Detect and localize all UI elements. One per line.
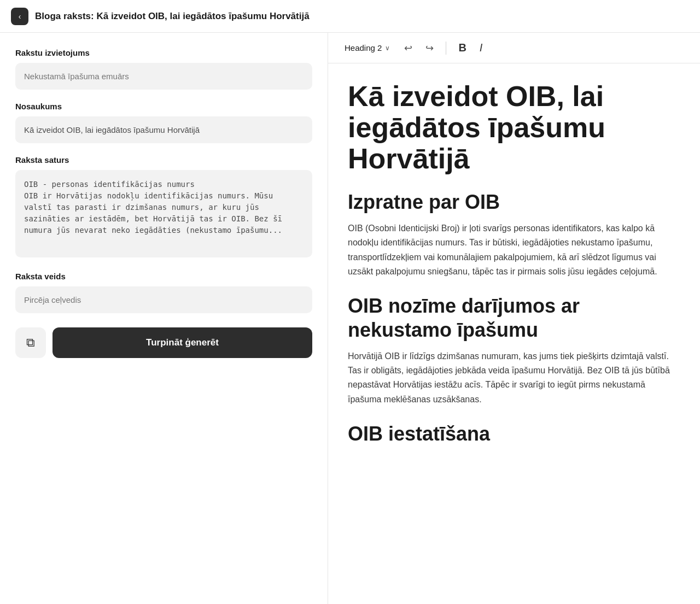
bold-icon: B: [458, 42, 466, 54]
content-label: Raksta saturs: [15, 155, 312, 165]
section1-heading: Izpratne par OIB: [348, 190, 680, 214]
section2-heading: OIB nozīme darījumos ar nekustamo īpašum…: [348, 294, 680, 341]
bold-button[interactable]: B: [454, 38, 470, 57]
italic-button[interactable]: I: [475, 38, 487, 57]
chevron-down-icon: ∨: [385, 44, 390, 52]
section3-heading: OIB iestatīšana: [348, 422, 680, 445]
section2-text: Horvātijā OIB ir līdzīgs dzimšanas numur…: [348, 349, 680, 407]
left-panel: Rakstu izvietojums Nosaukums Raksta satu…: [0, 33, 328, 604]
action-buttons: ⧉ Turpināt ģenerēt: [15, 327, 312, 358]
page-title: Bloga raksts: Kā izveidot OIB, lai iegād…: [35, 11, 310, 22]
copy-icon: ⧉: [26, 336, 35, 350]
section1-text: OIB (Osobni Identicijski Broj) ir ļoti s…: [348, 221, 680, 279]
undo-icon: ↩: [404, 43, 412, 54]
back-button[interactable]: ‹: [11, 8, 28, 25]
italic-icon: I: [480, 42, 483, 54]
editor-toolbar: Heading 2 ∨ ↩ ↪ B I: [328, 33, 700, 63]
location-label: Rakstu izvietojums: [15, 48, 312, 57]
toolbar-divider: [446, 42, 446, 55]
editor-content[interactable]: Kā izveidot OIB, lai iegādātos īpašumu H…: [328, 63, 700, 604]
article-main-heading: Kā izveidot OIB, lai iegādātos īpašumu H…: [348, 81, 680, 175]
undo-button[interactable]: ↩: [400, 39, 417, 57]
title-label: Nosaukums: [15, 102, 312, 111]
location-input[interactable]: [15, 63, 312, 90]
type-label: Raksta veids: [15, 272, 312, 281]
content-textarea[interactable]: OIB - personas identifikācijas numurs OI…: [15, 170, 312, 257]
redo-icon: ↪: [425, 43, 434, 54]
top-bar: ‹ Bloga raksts: Kā izveidot OIB, lai ieg…: [0, 0, 700, 33]
main-layout: Rakstu izvietojums Nosaukums Raksta satu…: [0, 33, 700, 604]
title-input[interactable]: [15, 116, 312, 143]
copy-button[interactable]: ⧉: [15, 327, 46, 358]
type-input[interactable]: [15, 286, 312, 313]
back-icon: ‹: [19, 12, 21, 21]
generate-label: Turpināt ģenerēt: [146, 337, 219, 348]
right-panel: Heading 2 ∨ ↩ ↪ B I Kā izveidot OIB, lai…: [328, 33, 700, 604]
generate-button[interactable]: Turpināt ģenerēt: [52, 327, 312, 358]
heading-select-label: Heading 2: [345, 43, 382, 52]
redo-button[interactable]: ↪: [421, 39, 438, 57]
heading-select[interactable]: Heading 2 ∨: [339, 40, 395, 56]
